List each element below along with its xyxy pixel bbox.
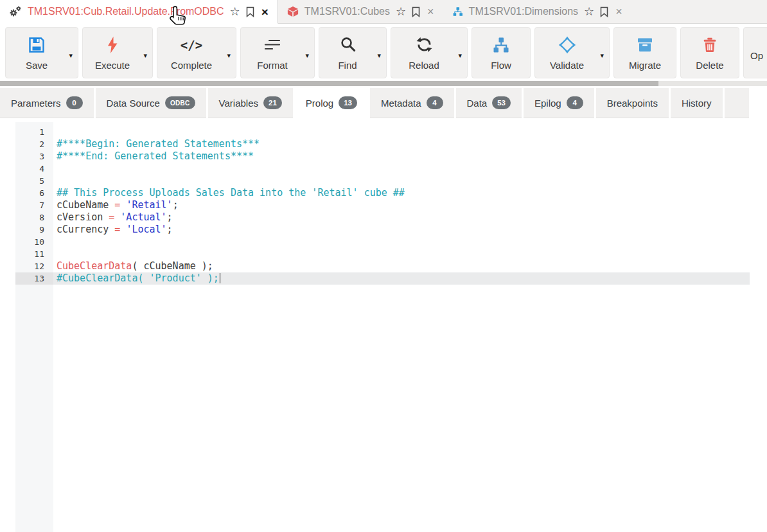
execute-icon — [105, 35, 119, 55]
execute-button[interactable]: Execute▾ — [82, 27, 153, 78]
code-token: = — [109, 211, 114, 223]
close-icon[interactable]: × — [615, 6, 622, 17]
code-line[interactable] — [53, 126, 750, 138]
window-tab-bar: TM1SRV01:Cub.Retail.Update.FromODBC☆×TM1… — [0, 0, 767, 24]
caret-down-icon[interactable]: ▾ — [143, 51, 147, 60]
code-line[interactable] — [53, 163, 750, 175]
code-token: 'Actual' — [120, 211, 166, 223]
cube-icon — [287, 6, 299, 17]
section-tab-label: Data Source — [107, 98, 160, 109]
delete-icon — [701, 35, 718, 55]
code-line[interactable] — [53, 175, 750, 187]
bookmark-icon[interactable] — [246, 6, 254, 17]
count-badge: 53 — [492, 96, 511, 109]
count-badge: 13 — [339, 96, 357, 109]
code-token: cCurrency — [57, 224, 114, 235]
star-icon[interactable]: ☆ — [584, 6, 594, 17]
section-tab-label: Variables — [219, 98, 258, 109]
migrate-icon — [636, 35, 654, 55]
code-token: ; — [167, 211, 173, 223]
find-button[interactable]: Find▾ — [319, 27, 387, 78]
code-line[interactable]: cCubeName = 'Retail'; — [53, 199, 750, 211]
tab-metadata[interactable]: Metadata4 — [370, 88, 454, 118]
bookmark-icon[interactable] — [412, 6, 420, 17]
caret-down-icon[interactable]: ▾ — [600, 51, 604, 60]
code-token: CubeClearData — [57, 260, 132, 272]
reload-icon — [416, 35, 433, 55]
caret-down-icon[interactable]: ▾ — [227, 51, 231, 60]
section-tabs-filler — [725, 88, 749, 118]
save-icon — [28, 35, 46, 55]
toolbar-button-label: Op — [750, 50, 763, 61]
window-tab-1[interactable]: TM1SRV01:Cub.Retail.Update.FromODBC☆× — [0, 0, 278, 24]
code-token: ## This Process Uploads Sales Data into … — [57, 187, 405, 199]
code-line[interactable] — [53, 248, 750, 260]
migrate-button[interactable]: Migrate — [613, 27, 676, 78]
op-button[interactable]: Op — [743, 27, 767, 78]
count-badge: 0 — [66, 96, 83, 109]
section-tab-label: Parameters — [11, 98, 61, 109]
caret-down-icon[interactable]: ▾ — [69, 51, 73, 60]
star-icon[interactable]: ☆ — [396, 6, 406, 17]
toolbar-button-label: Format — [257, 60, 288, 71]
tab-history[interactable]: History — [671, 88, 723, 118]
sitemap-icon — [452, 6, 463, 17]
code-editor[interactable]: 12345678910111213 #****Begin: Generated … — [0, 122, 767, 532]
toolbar-button-label: Delete — [696, 60, 723, 71]
section-tab-label: Metadata — [381, 98, 421, 109]
window-tab-2[interactable]: TM1SRV01:Cubes☆× — [278, 0, 443, 24]
validate-icon — [558, 35, 576, 55]
format-button[interactable]: Format▾ — [240, 27, 315, 78]
toolbar-button-label: Save — [26, 60, 48, 71]
caret-down-icon[interactable]: ▾ — [305, 51, 309, 60]
window-tab-label: TM1SRV01:Cubes — [304, 6, 390, 17]
code-line[interactable]: #CubeClearData( 'Product' ); — [53, 272, 750, 285]
complete-icon: </> — [181, 35, 202, 55]
caret-down-icon[interactable]: ▾ — [377, 51, 381, 60]
code-token: #****End: Generated Statements**** — [57, 150, 254, 162]
section-tab-label: Data — [467, 98, 488, 109]
save-button[interactable]: Save▾ — [5, 27, 78, 78]
code-area[interactable]: #****Begin: Generated Statements***#****… — [0, 122, 767, 285]
toolbar-horizontal-scrollbar[interactable] — [0, 81, 767, 86]
delete-button[interactable]: Delete — [680, 27, 739, 78]
code-line[interactable]: CubeClearData( cCubeName ); — [53, 260, 750, 272]
code-line[interactable]: #****Begin: Generated Statements*** — [53, 138, 750, 150]
process-section-tabs: Parameters0Data SourceODBCVariables21Pro… — [0, 88, 749, 118]
toolbar-button-label: Complete — [171, 60, 212, 71]
tab-breakpoints[interactable]: Breakpoints — [596, 88, 669, 118]
reload-button[interactable]: Reload▾ — [391, 27, 468, 78]
close-icon[interactable]: × — [427, 6, 434, 17]
tab-parameters[interactable]: Parameters0 — [0, 88, 94, 118]
code-token: #CubeClearData( 'Product' ); — [57, 272, 219, 284]
toolbar-button-label: Find — [338, 60, 357, 71]
text-cursor — [220, 273, 221, 283]
validate-button[interactable]: Validate▾ — [534, 27, 610, 78]
tab-variables[interactable]: Variables21 — [208, 88, 293, 118]
flow-button[interactable]: Flow — [472, 27, 531, 78]
code-line[interactable] — [53, 236, 750, 248]
tab-prolog[interactable]: Prolog13 — [295, 88, 368, 118]
star-icon[interactable]: ☆ — [230, 6, 240, 17]
code-token: ( cCubeName ); — [132, 260, 213, 272]
code-token: ; — [167, 224, 173, 235]
code-line[interactable]: cVersion = 'Actual'; — [53, 211, 750, 224]
section-tab-label: Prolog — [306, 98, 333, 109]
bookmark-icon[interactable] — [600, 6, 608, 17]
section-tab-label: Epilog — [534, 98, 561, 109]
complete-button[interactable]: </>Complete▾ — [157, 27, 236, 78]
code-line[interactable]: ## This Process Uploads Sales Data into … — [53, 187, 750, 199]
close-icon[interactable]: × — [261, 6, 269, 18]
toolbar-button-label: Validate — [550, 60, 584, 71]
flow-icon — [492, 35, 510, 55]
tab-epilog[interactable]: Epilog4 — [524, 88, 594, 118]
scrollbar-thumb[interactable] — [0, 81, 658, 86]
code-line[interactable]: #****End: Generated Statements**** — [53, 150, 750, 163]
caret-down-icon[interactable]: ▾ — [458, 51, 462, 60]
count-badge: 4 — [427, 96, 443, 109]
code-line[interactable]: cCurrency = 'Local'; — [53, 224, 750, 236]
tab-bar-filler — [631, 0, 767, 24]
tab-data-source[interactable]: Data SourceODBC — [96, 88, 206, 118]
tab-data[interactable]: Data53 — [456, 88, 522, 118]
window-tab-3[interactable]: TM1SRV01:Dimensions☆× — [443, 0, 631, 24]
